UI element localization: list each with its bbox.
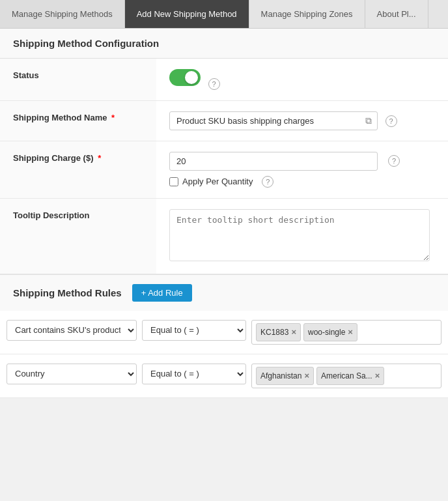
config-section-heading: Shipping Method Configuration — [0, 29, 448, 59]
tag-afghanistan-remove[interactable]: × — [304, 371, 309, 380]
rule-1-operator-select[interactable]: Equal to ( = ) — [142, 320, 246, 341]
rules-section-header: Shipping Method Rules + Add Rule — [0, 274, 448, 311]
status-row: Status ? — [0, 59, 448, 100]
rule-2-operator-select[interactable]: Equal to ( = ) — [142, 364, 246, 384]
status-help-icon[interactable]: ? — [208, 78, 220, 90]
apply-per-qty-row: Apply Per Quantity ? — [169, 176, 435, 188]
tooltip-textarea[interactable] — [169, 209, 430, 261]
tag-woo-single-label: woo-single — [308, 328, 345, 337]
config-form-table: Status ? Shipping Method Name * ⧉ — [0, 59, 448, 274]
rule-1-condition-select[interactable]: Cart contains SKU's product — [7, 320, 137, 341]
tab-zones[interactable]: Manage Shipping Zones — [249, 0, 365, 28]
tag-kc1883-label: KC1883 — [260, 328, 288, 337]
status-toggle[interactable] — [169, 69, 201, 86]
shipping-name-input[interactable] — [170, 112, 360, 130]
tag-woo-single-remove[interactable]: × — [348, 328, 353, 336]
rules-heading: Shipping Method Rules — [13, 287, 122, 298]
toggle-thumb — [185, 71, 198, 84]
shipping-name-help-icon[interactable]: ? — [385, 115, 397, 127]
status-label: Status — [13, 70, 39, 80]
shipping-charge-input[interactable] — [169, 152, 378, 171]
apply-per-qty-help-icon[interactable]: ? — [262, 176, 273, 188]
tag-kc1883: KC1883 × — [256, 323, 301, 341]
main-content: Shipping Method Configuration Status ? S… — [0, 29, 448, 398]
shipping-name-row: Shipping Method Name * ⧉ ? — [0, 100, 448, 141]
copy-icon: ⧉ — [360, 115, 377, 126]
rule-2-tags-container[interactable]: Afghanistan × American Sa... × — [251, 364, 441, 388]
shipping-charge-required: * — [98, 153, 101, 163]
tooltip-row: Tooltip Description — [0, 198, 448, 274]
rule-row-1: Cart contains SKU's product Equal to ( =… — [0, 311, 448, 354]
tab-add-new[interactable]: Add New Shipping Method — [125, 0, 249, 28]
tab-manage[interactable]: Manage Shipping Methods — [0, 0, 125, 28]
shipping-name-input-wrapper: ⧉ — [169, 111, 378, 130]
apply-per-qty-checkbox[interactable] — [169, 177, 178, 186]
shipping-name-required: * — [111, 113, 115, 122]
shipping-charge-label: Shipping Charge ($) — [13, 153, 94, 163]
tag-woo-single: woo-single × — [303, 323, 357, 341]
tag-afghanistan: Afghanistan × — [256, 367, 314, 385]
shipping-name-label: Shipping Method Name — [13, 113, 107, 122]
toggle-track — [169, 69, 201, 86]
add-rule-button[interactable]: + Add Rule — [132, 284, 192, 302]
tag-afghanistan-label: Afghanistan — [260, 371, 301, 380]
rule-2-condition-select[interactable]: Country — [7, 364, 137, 384]
tag-american-sa-label: American Sa... — [321, 371, 372, 380]
tooltip-label: Tooltip Description — [13, 210, 89, 220]
apply-per-qty-label: Apply Per Quantity — [182, 177, 253, 186]
tag-american-sa-remove[interactable]: × — [375, 371, 380, 380]
tab-about[interactable]: About Pl... — [365, 0, 428, 28]
tag-kc1883-remove[interactable]: × — [291, 328, 296, 336]
tag-american-sa: American Sa... × — [316, 367, 384, 385]
shipping-charge-row: Shipping Charge ($) * ? Apply Per Quanti… — [0, 141, 448, 198]
shipping-charge-help-icon[interactable]: ? — [388, 155, 400, 167]
rule-1-tags-container[interactable]: KC1883 × woo-single × — [251, 320, 441, 345]
rules-container: Cart contains SKU's product Equal to ( =… — [0, 311, 448, 398]
tabs-bar: Manage Shipping Methods Add New Shipping… — [0, 0, 448, 29]
rule-row-2: Country Equal to ( = ) Afghanistan × Ame… — [0, 354, 448, 398]
